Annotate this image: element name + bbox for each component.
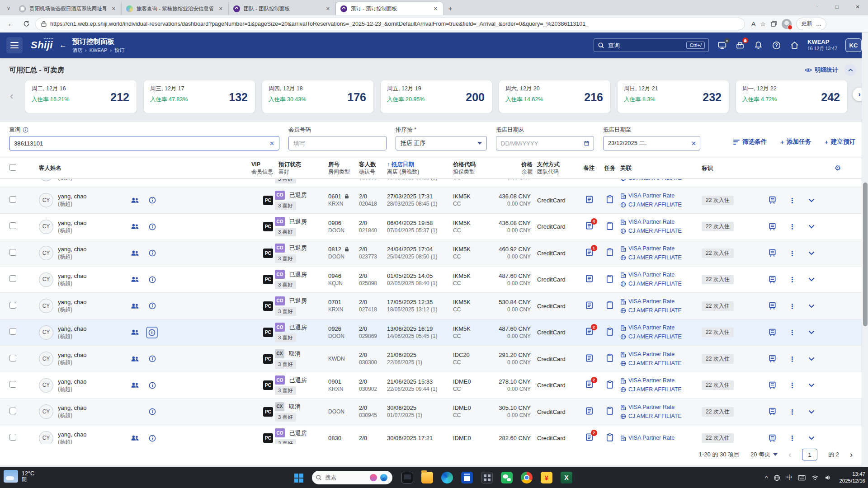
tab-close-icon[interactable]: ✕ [110, 5, 118, 13]
registration-card-icon[interactable] [769, 249, 776, 257]
registration-card-icon[interactable] [769, 223, 776, 231]
note-icon[interactable]: 1 [585, 248, 594, 257]
task-icon[interactable] [606, 301, 613, 309]
excel-icon[interactable] [561, 472, 572, 483]
guest-name[interactable]: yang, chao [58, 192, 126, 200]
hidden-icons-chevron[interactable]: ^ [765, 474, 768, 481]
col-arrival-sort[interactable]: ↑ 抵店日期离店 (房晚数) [387, 161, 453, 175]
company-association[interactable]: CJ AMER AFFILIATE [628, 307, 682, 314]
member-profile-icon[interactable] [131, 224, 139, 230]
company-association[interactable]: CJ AMER AFFILIATE [628, 227, 682, 235]
table-row[interactable]: CY yang, chao (杨超) PC CX取消 3 喜好 KWDN 2/0… [0, 346, 868, 372]
registration-card-icon[interactable] [769, 434, 776, 442]
cashier-icon[interactable] [735, 40, 745, 50]
row-checkbox[interactable] [9, 434, 16, 441]
browser-update-button[interactable]: 更新… [796, 18, 827, 30]
notifications-bell-icon[interactable] [753, 40, 763, 50]
row-checkbox[interactable] [9, 328, 16, 335]
registration-card-icon[interactable] [769, 328, 776, 337]
table-row[interactable]: CY yang, chao (杨超) PC CO已退房 3 喜好 0601 KR… [0, 187, 868, 214]
row-checkbox[interactable] [9, 302, 16, 309]
guest-name[interactable]: yang, chao [58, 272, 126, 280]
more-actions-icon[interactable]: ⋮ [789, 223, 796, 230]
taskbar-weather-widget[interactable]: 12°C 阴 [4, 470, 34, 483]
row-checkbox[interactable] [9, 249, 16, 256]
expand-row-icon[interactable] [808, 436, 815, 440]
guest-name[interactable]: yang, chao [58, 404, 126, 412]
page-scrollbar[interactable] [862, 33, 868, 467]
task-icon[interactable] [606, 380, 613, 389]
wifi-icon[interactable] [811, 475, 819, 481]
device-icon[interactable] [401, 472, 413, 483]
task-icon[interactable] [606, 222, 613, 230]
expand-row-icon[interactable] [808, 357, 815, 361]
scrollbar-thumb[interactable] [863, 183, 868, 326]
edge-icon[interactable] [441, 472, 453, 483]
user-avatar[interactable]: KC [845, 38, 862, 52]
company-association[interactable]: CJ AMER AFFILIATE [628, 360, 682, 367]
availability-card[interactable]: 周二, 12月 16 入住率 16.21% 212 [25, 80, 137, 113]
note-icon[interactable]: 4 [585, 221, 594, 230]
row-checkbox[interactable] [9, 408, 16, 414]
ime-indicator[interactable]: 中 [786, 474, 792, 482]
availability-card[interactable]: 周六, 12月 20 入住率 14.62% 216 [499, 80, 610, 113]
browser-tab[interactable]: 贵阳机场智选假日酒店系统网址导 ✕ [14, 2, 122, 15]
info-icon[interactable] [149, 408, 156, 415]
file-explorer-icon[interactable] [421, 472, 433, 483]
task-icon[interactable] [606, 275, 613, 283]
terminal-status-icon[interactable]: ✕ [717, 40, 727, 50]
task-icon[interactable] [606, 195, 613, 203]
expand-row-icon[interactable] [808, 198, 815, 202]
address-bar[interactable]: https://cn1.web.ep.shiji.world/individua… [35, 18, 745, 30]
task-icon[interactable] [606, 407, 613, 415]
info-icon[interactable] [149, 223, 156, 230]
collapse-section-icon[interactable] [844, 64, 856, 76]
registration-card-icon[interactable] [769, 381, 776, 389]
more-actions-icon[interactable]: ⋮ [789, 355, 796, 363]
row-checkbox[interactable] [9, 222, 16, 229]
rate-association[interactable]: VISA Partner Rate [628, 404, 675, 411]
more-actions-icon[interactable]: ⋮ [789, 197, 796, 204]
member-profile-icon[interactable] [131, 250, 139, 256]
rate-association[interactable]: VISA Partner Rate [628, 298, 675, 305]
browser-tab[interactable]: 预订 - 预订控制面板 ✕ [336, 2, 443, 15]
volume-icon[interactable] [825, 474, 831, 481]
expand-row-icon[interactable] [808, 277, 815, 282]
refresh-button[interactable] [20, 18, 33, 30]
more-actions-icon[interactable]: ⋮ [789, 381, 796, 389]
read-aloud-icon[interactable]: A [751, 20, 755, 28]
more-actions-icon[interactable]: ⋮ [789, 249, 796, 257]
note-icon[interactable]: 2 [585, 327, 594, 336]
global-search[interactable]: Ctrl+/ [594, 38, 709, 52]
member-profile-icon[interactable] [131, 303, 139, 309]
window-close-button[interactable]: ✕ [847, 0, 868, 14]
note-icon[interactable] [585, 301, 594, 310]
company-association[interactable]: CJ AMER AFFILIATE [628, 413, 682, 420]
member-profile-icon[interactable] [131, 382, 139, 388]
rate-association[interactable]: VISA Partner Rate [628, 434, 675, 442]
arrival-to-input[interactable] [608, 140, 688, 147]
guest-name[interactable]: yang, chao [58, 325, 126, 333]
registration-card-icon[interactable] [769, 196, 776, 204]
expand-row-icon[interactable] [808, 225, 815, 229]
member-profile-icon[interactable] [131, 197, 139, 203]
favorites-star-icon[interactable]: ☆ [760, 20, 766, 28]
row-checkbox[interactable] [9, 275, 16, 282]
expand-row-icon[interactable] [808, 383, 815, 387]
task-icon[interactable] [606, 354, 613, 362]
member-number-input[interactable] [293, 140, 382, 147]
arrival-to-clear-icon[interactable]: ✕ [691, 140, 696, 147]
create-reservation-button[interactable]: +建立预订 [825, 138, 855, 146]
guest-name[interactable]: yang, chao [58, 431, 126, 438]
company-association[interactable]: CJ AMER AFFILIATE [628, 333, 682, 341]
table-settings-gear-icon[interactable]: ⚙ [756, 164, 868, 172]
info-icon[interactable] [149, 382, 156, 389]
select-all-checkbox[interactable] [9, 164, 16, 171]
rate-association[interactable]: VISA Partner Rate [628, 245, 675, 253]
browser-menu-icon[interactable]: … [816, 21, 822, 27]
property-info[interactable]: KWEAP 16 12月 13:47 [807, 38, 837, 52]
back-button[interactable]: ← [5, 18, 17, 30]
info-icon[interactable] [149, 197, 156, 204]
table-row[interactable]: CY yang, chao (杨超) PC CO已退房 3 喜好 DOON 2/… [0, 179, 868, 188]
table-row[interactable]: CY yang, chao (杨超) PC CO已退房 3 喜好 0830 2/… [0, 425, 868, 444]
